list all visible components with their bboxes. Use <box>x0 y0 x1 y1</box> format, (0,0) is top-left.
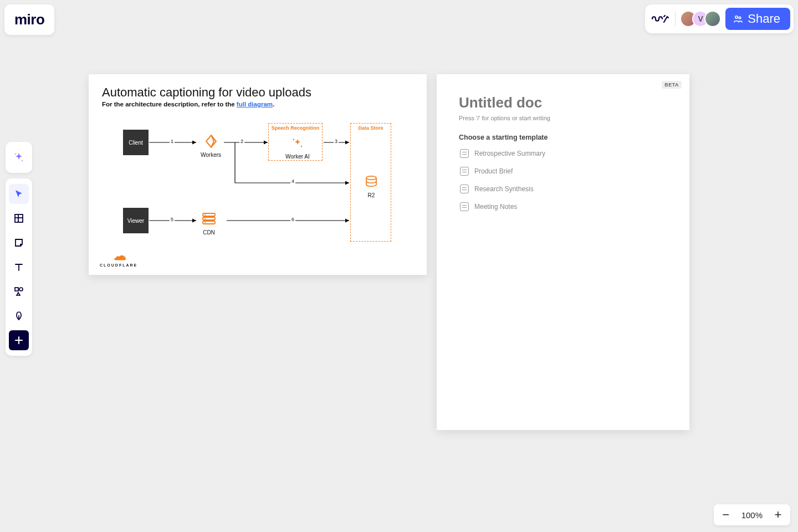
edge-3: 3 <box>334 139 339 144</box>
svg-point-1 <box>739 17 741 19</box>
ai-tool[interactable] <box>9 147 29 167</box>
frame-tool[interactable] <box>9 208 29 228</box>
diagram-subtitle-suffix: . <box>273 101 274 108</box>
zoom-control: − 100% + <box>714 504 790 525</box>
zoom-in-button[interactable]: + <box>771 508 785 522</box>
doc-choose-label: Choose a starting template <box>459 134 667 141</box>
svg-point-22 <box>204 218 206 219</box>
node-cdn[interactable]: CDN <box>201 211 217 236</box>
avatar-3[interactable] <box>704 11 721 27</box>
activity-icon[interactable] <box>651 11 671 27</box>
doc-frame[interactable]: BETA Untitled doc Press '/' for options … <box>437 74 689 430</box>
group-data-store[interactable]: Data Store R2 <box>350 123 391 242</box>
node-client[interactable]: Client <box>123 130 149 155</box>
node-workers[interactable]: Workers <box>201 133 221 158</box>
node-cdn-label: CDN <box>203 229 215 236</box>
workers-icon <box>203 133 219 150</box>
app-logo-text: miro <box>14 11 44 28</box>
template-label: Meeting Notes <box>474 203 517 211</box>
node-viewer-box: Viewer <box>123 208 149 233</box>
node-r2-label: R2 <box>368 192 375 198</box>
template-icon <box>460 149 469 158</box>
svg-point-17 <box>366 176 376 180</box>
add-tool[interactable] <box>9 330 29 350</box>
template-icon <box>460 185 469 193</box>
share-button-label: Share <box>748 12 780 26</box>
svg-rect-4 <box>15 214 23 222</box>
node-workers-label: Workers <box>201 152 221 158</box>
svg-point-23 <box>204 222 206 223</box>
text-tool[interactable] <box>9 257 29 277</box>
cloudflare-cloud-icon <box>109 253 129 262</box>
doc-hint: Press '/' for options or start writing <box>459 115 667 121</box>
tool-strip <box>6 178 32 356</box>
group-speech-recognition[interactable]: Speech Recognition Worker AI <box>268 123 323 161</box>
diagram-subtitle-prefix: For the architecture description, refer … <box>102 101 237 108</box>
node-client-box: Client <box>123 130 149 155</box>
diagram-area: 1 2 3 4 5 6 Client Workers Speech Recogn… <box>102 117 413 262</box>
svg-point-0 <box>735 16 738 18</box>
collaborator-avatars[interactable]: V <box>680 11 721 27</box>
worker-ai-icon <box>289 135 306 151</box>
diagram-title: Automatic captioning for video uploads <box>102 85 413 100</box>
edge-6: 6 <box>290 217 295 222</box>
template-label: Product Brief <box>474 167 513 175</box>
cdn-icon <box>201 211 217 227</box>
doc-title[interactable]: Untitled doc <box>459 94 667 111</box>
shapes-tool[interactable] <box>9 282 29 301</box>
diagram-subtitle-link[interactable]: full diagram <box>237 101 273 108</box>
svg-point-8 <box>19 288 23 291</box>
template-retrospective[interactable]: Retrospective Summary <box>459 147 667 160</box>
diagram-frame[interactable]: Automatic captioning for video uploads F… <box>89 74 427 275</box>
beta-badge: BETA <box>662 81 682 89</box>
group-speech-label: Speech Recognition <box>269 125 322 131</box>
app-logo[interactable]: miro <box>4 4 54 35</box>
template-label: Research Synthesis <box>474 185 534 193</box>
r2-icon <box>363 173 380 190</box>
edge-5: 5 <box>170 217 175 222</box>
sticky-note-tool[interactable] <box>9 233 29 253</box>
svg-point-16 <box>301 146 303 147</box>
share-people-icon <box>733 14 743 24</box>
svg-point-15 <box>293 139 295 141</box>
svg-rect-7 <box>15 288 18 291</box>
zoom-out-button[interactable]: − <box>719 508 733 522</box>
header-controls: V Share <box>645 4 794 33</box>
pen-tool[interactable] <box>9 306 29 326</box>
zoom-value[interactable]: 100% <box>741 510 763 520</box>
node-worker-ai-label: Worker AI <box>285 154 310 160</box>
svg-point-2 <box>15 154 16 155</box>
edge-1: 1 <box>170 139 175 144</box>
template-product-brief[interactable]: Product Brief <box>459 165 667 178</box>
cloudflare-wordmark: CLOUDFLARE <box>100 263 137 267</box>
ai-tool-group <box>6 142 32 173</box>
template-research-synthesis[interactable]: Research Synthesis <box>459 182 667 196</box>
cloudflare-logo: CLOUDFLARE <box>100 253 137 267</box>
template-label: Retrospective Summary <box>474 150 545 157</box>
left-toolbar <box>6 142 32 356</box>
select-tool[interactable] <box>9 184 29 204</box>
diagram-subtitle: For the architecture description, refer … <box>102 101 413 108</box>
svg-point-3 <box>22 160 23 161</box>
group-datastore-label: Data Store <box>351 125 391 131</box>
edge-2: 2 <box>239 139 244 144</box>
avatar-2-initial: V <box>698 14 703 23</box>
node-viewer[interactable]: Viewer <box>123 208 149 233</box>
edge-4: 4 <box>290 178 295 184</box>
share-button[interactable]: Share <box>725 8 790 30</box>
header-divider <box>675 11 676 27</box>
template-meeting-notes[interactable]: Meeting Notes <box>459 200 667 213</box>
template-icon <box>460 167 469 176</box>
template-list: Retrospective Summary Product Brief Rese… <box>459 147 667 213</box>
svg-point-21 <box>204 214 206 216</box>
template-icon <box>460 202 469 211</box>
